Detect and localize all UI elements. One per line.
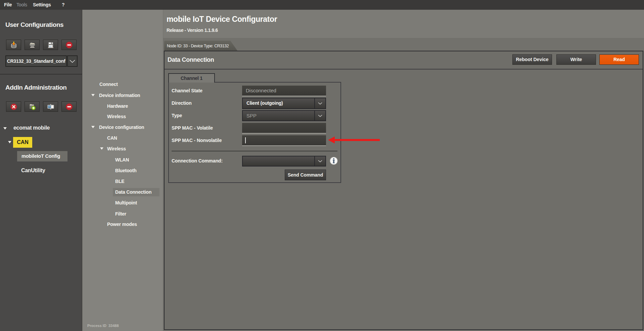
- svg-text:Node ID: 33 - Device Type: CR3: Node ID: 33 - Device Type: CR3132: [167, 44, 229, 48]
